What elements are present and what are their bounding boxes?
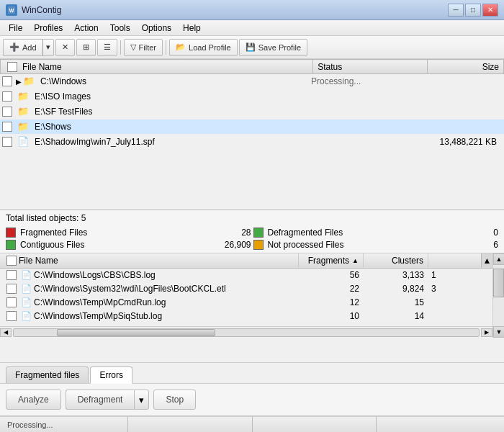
file-table-header: File Name Status Size [1, 60, 504, 74]
file-name-cell: E:\ISO Images [32, 91, 305, 102]
status-seg2 [128, 417, 252, 432]
row-checkbox[interactable] [2, 91, 12, 102]
app-icon: W [6, 4, 17, 16]
save-icon: 💾 [246, 42, 256, 52]
status-seg4 [377, 417, 500, 432]
frag-horizontal-scrollbar[interactable]: ◀ ▶ [0, 326, 492, 338]
list-button[interactable]: ☰ [97, 39, 117, 56]
close-button[interactable]: ✕ [482, 4, 498, 17]
stop-button[interactable]: Stop [153, 390, 196, 410]
file-extra-cell: 13 [500, 137, 504, 147]
frag-col-header-fragments[interactable]: Fragments ▲ [299, 253, 364, 268]
defrag-button[interactable]: Defragment [66, 390, 135, 410]
file-rows: ▶ 📁 C:\Windows Processing... 📁 E:\ISO Im… [0, 74, 504, 150]
window-controls: ─ □ ✕ [448, 4, 498, 17]
defrag-dropdown-button[interactable]: ▾ [134, 390, 149, 410]
frag-col-header-name: File Name [0, 253, 299, 268]
frag-fragments-cell: 56 [299, 269, 364, 282]
table-row[interactable]: 📁 E:\SF TestFiles [0, 104, 504, 120]
folder-icon: 📁 [17, 91, 29, 102]
frag-col-header-clusters[interactable]: Clusters [364, 253, 428, 268]
row-checkbox[interactable] [6, 270, 17, 280]
table-container: File Name Fragments ▲ Clusters ▲ [0, 253, 504, 338]
frag-fragments-cell: 22 [299, 282, 364, 295]
grid-button[interactable]: ⊞ [76, 39, 96, 56]
frag-clusters-cell: 3,133 [364, 269, 428, 282]
tab-fragmented[interactable]: Fragmented files [6, 366, 89, 383]
row-checkbox[interactable] [2, 122, 12, 132]
vscroll-track[interactable] [493, 265, 504, 326]
select-all-checkbox[interactable] [7, 62, 17, 72]
frag-vertical-scrollbar[interactable]: ▲ ▼ [492, 253, 504, 338]
menu-tools[interactable]: Tools [104, 20, 136, 35]
table-row[interactable]: 📁 E:\Shows [0, 120, 504, 135]
analyze-button[interactable]: Analyze [6, 390, 61, 410]
frag-select-all[interactable] [6, 256, 17, 266]
tab-errors[interactable]: Errors [90, 366, 132, 384]
row-checkbox[interactable] [6, 311, 17, 321]
table-row[interactable]: 📄 C:\Windows\Temp\MpSiqStub.log 10 14 [0, 310, 492, 323]
menu-options[interactable]: Options [136, 20, 177, 35]
file-scroll[interactable]: ▶ 📁 C:\Windows Processing... 📁 E:\ISO Im… [0, 74, 504, 210]
expand-icon[interactable]: ▶ [16, 76, 22, 87]
col-header-status: Status [313, 60, 428, 74]
frag-rows[interactable]: 📄 C:\Windows\Logs\CBS\CBS.log 56 3,133 1… [0, 269, 492, 326]
notprocessed-value: 6 [462, 240, 498, 250]
frag-clusters-cell: 14 [364, 310, 428, 323]
frag-col-fragments-label: Fragments [308, 256, 349, 266]
load-profile-label: Load Profile [189, 43, 231, 52]
filter-icon: ▽ [130, 42, 136, 52]
vscroll-thumb[interactable] [493, 269, 504, 297]
filter-button[interactable]: ▽ Filter [124, 39, 163, 56]
menu-help[interactable]: Help [177, 20, 207, 35]
table-row[interactable]: ▶ 📁 C:\Windows Processing... [0, 74, 504, 89]
row-checkbox[interactable] [2, 76, 12, 86]
load-icon: 📂 [176, 42, 186, 52]
row-checkbox[interactable] [6, 297, 17, 307]
table-row[interactable]: 📄 C:\Windows\System32\wdi\LogFiles\BootC… [0, 282, 492, 296]
fragment-table-area: File Name Fragments ▲ Clusters ▲ [0, 253, 504, 363]
menu-action[interactable]: Action [68, 20, 104, 35]
table-row[interactable]: 📁 E:\ISO Images [0, 89, 504, 104]
row-checkbox[interactable] [2, 137, 12, 147]
table-row[interactable]: 📄 E:\ShadowImg\win7_July11.spf 13,488,22… [0, 135, 504, 150]
remove-button[interactable]: ✕ [55, 39, 75, 56]
maximize-button[interactable]: □ [465, 4, 481, 17]
load-profile-button[interactable]: 📂 Load Profile [169, 39, 238, 56]
frag-vscroll-top[interactable]: ▲ [481, 253, 492, 268]
col-header-size: Size [428, 60, 504, 74]
save-profile-button[interactable]: 💾 Save Profile [239, 39, 307, 56]
stats-area: Total listed objects: 5 Fragmented Files… [0, 210, 504, 253]
row-checkbox[interactable] [6, 284, 17, 294]
row-checkbox[interactable] [2, 107, 12, 117]
frag-scroll-left[interactable]: ◀ [0, 328, 12, 337]
add-button[interactable]: ➕ Add [3, 39, 42, 56]
folder-icon: 📁 [17, 121, 29, 132]
vscroll-down-btn[interactable]: ▼ [493, 326, 504, 338]
vscroll-up-btn[interactable]: ▲ [493, 253, 504, 265]
minimize-button[interactable]: ─ [448, 4, 464, 17]
add-dropdown-button[interactable]: ▾ [42, 39, 54, 56]
menu-file[interactable]: File [3, 20, 28, 35]
frag-extra-cell [428, 315, 492, 318]
file-name-cell: E:\Shows [32, 122, 305, 132]
frag-col-name-label: File Name [19, 256, 58, 266]
file-doc-icon: 📄 [17, 136, 29, 148]
menu-profiles[interactable]: Profiles [28, 20, 68, 35]
defrag-group: Defragment ▾ [66, 390, 150, 410]
defrag-value: 0 [462, 228, 498, 238]
stat-fragmented: Fragmented Files 28 [6, 228, 251, 238]
file-status-cell: Processing... [311, 76, 419, 86]
table-main: File Name Fragments ▲ Clusters ▲ [0, 253, 492, 338]
frag-extra-cell: 1 [428, 269, 492, 282]
table-row[interactable]: 📄 C:\Windows\Logs\CBS\CBS.log 56 3,133 1 [0, 269, 492, 282]
fragmented-color [6, 228, 16, 238]
table-row[interactable]: 📄 C:\Windows\Temp\MpCmdRun.log 12 15 [0, 296, 492, 310]
frag-fragments-cell: 10 [299, 310, 364, 323]
remove-icon: ✕ [62, 42, 68, 52]
frag-scroll-thumb[interactable] [57, 329, 215, 336]
frag-scroll-track[interactable] [13, 328, 480, 337]
frag-scroll-right[interactable]: ▶ [481, 328, 492, 337]
frag-col-extra [428, 253, 481, 268]
frag-name-cell: 📄 C:\Windows\Logs\CBS\CBS.log [0, 269, 299, 282]
